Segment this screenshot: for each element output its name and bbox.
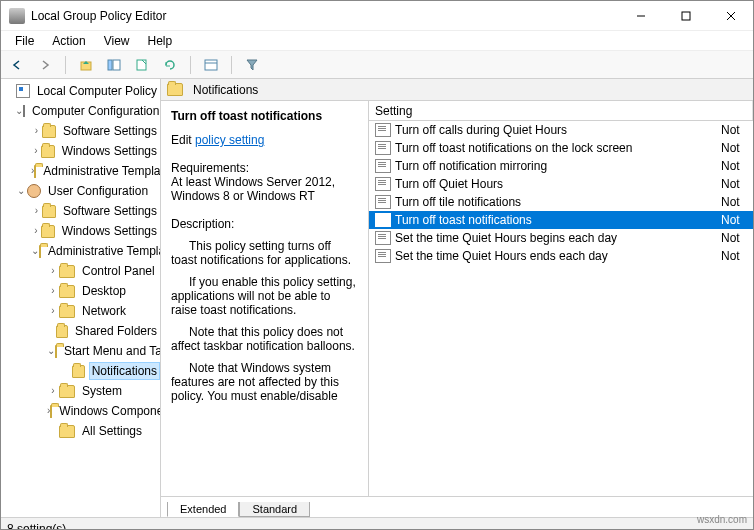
setting-state: Not xyxy=(721,213,749,227)
folder-icon xyxy=(55,345,57,358)
edit-policy-link[interactable]: policy setting xyxy=(195,133,264,147)
setting-name: Turn off notification mirroring xyxy=(395,159,721,173)
user-icon xyxy=(27,184,41,198)
filter-button[interactable] xyxy=(240,54,264,76)
maximize-button[interactable] xyxy=(663,1,708,31)
tab-extended[interactable]: Extended xyxy=(167,502,239,517)
tree-admin-templates[interactable]: ⌄Administrative Templates xyxy=(1,241,160,261)
console-tree[interactable]: Local Computer Policy ⌄Computer Configur… xyxy=(1,79,161,517)
setting-state: Not xyxy=(721,249,749,263)
folder-icon xyxy=(72,365,85,378)
column-setting[interactable]: Setting xyxy=(369,101,753,120)
export-button[interactable] xyxy=(130,54,154,76)
settings-list[interactable]: Setting Turn off calls during Quiet Hour… xyxy=(369,101,753,496)
tree-item[interactable]: ›Windows Components xyxy=(1,401,160,421)
description-p2: If you enable this policy setting, appli… xyxy=(171,275,358,317)
tree-computer-config[interactable]: ⌄Computer Configuration xyxy=(1,101,160,121)
toolbar xyxy=(1,51,753,79)
setting-name: Turn off Quiet Hours xyxy=(395,177,721,191)
chevron-down-icon[interactable]: ⌄ xyxy=(47,343,55,359)
policy-icon xyxy=(16,84,30,98)
forward-button[interactable] xyxy=(33,54,57,76)
setting-name: Set the time Quiet Hours begins each day xyxy=(395,231,721,245)
chevron-right-icon[interactable]: › xyxy=(31,203,42,219)
setting-title: Turn off toast notifications xyxy=(171,109,358,123)
chevron-down-icon[interactable]: ⌄ xyxy=(15,183,27,199)
content-pane: Notifications Turn off toast notificatio… xyxy=(161,79,753,517)
folder-icon xyxy=(39,245,41,258)
tree-item[interactable]: ›Windows Settings xyxy=(1,221,160,241)
refresh-button[interactable] xyxy=(158,54,182,76)
tree-notifications[interactable]: Notifications xyxy=(1,361,160,381)
chevron-right-icon[interactable]: › xyxy=(47,283,59,299)
folder-icon xyxy=(56,325,68,338)
folder-icon xyxy=(50,405,52,418)
tree-item[interactable]: ›Network xyxy=(1,301,160,321)
tab-standard[interactable]: Standard xyxy=(239,502,310,517)
window-title: Local Group Policy Editor xyxy=(31,9,618,23)
tree-user-config[interactable]: ⌄User Configuration xyxy=(1,181,160,201)
chevron-down-icon[interactable]: ⌄ xyxy=(31,243,39,259)
menu-view[interactable]: View xyxy=(96,32,138,50)
setting-name: Turn off toast notifications on the lock… xyxy=(395,141,721,155)
path-bar: Notifications xyxy=(161,79,753,101)
list-item[interactable]: Set the time Quiet Hours begins each day… xyxy=(369,229,753,247)
folder-icon xyxy=(59,385,75,398)
view-tabs: Extended Standard xyxy=(161,497,753,517)
tree-item[interactable]: ›Control Panel xyxy=(1,261,160,281)
folder-icon xyxy=(41,145,55,158)
list-item[interactable]: Turn off Quiet HoursNot xyxy=(369,175,753,193)
tree-item[interactable]: ›Desktop xyxy=(1,281,160,301)
folder-icon xyxy=(34,165,36,178)
setting-name: Set the time Quiet Hours ends each day xyxy=(395,249,721,263)
title-bar: Local Group Policy Editor xyxy=(1,1,753,31)
setting-icon xyxy=(375,141,391,155)
tree-start-menu[interactable]: ⌄Start Menu and Taskbar xyxy=(1,341,160,361)
show-hide-tree-button[interactable] xyxy=(102,54,126,76)
list-header[interactable]: Setting xyxy=(369,101,753,121)
list-item[interactable]: Turn off notification mirroringNot xyxy=(369,157,753,175)
svg-rect-6 xyxy=(113,60,120,70)
list-item[interactable]: Turn off calls during Quiet HoursNot xyxy=(369,121,753,139)
list-item[interactable]: Set the time Quiet Hours ends each dayNo… xyxy=(369,247,753,265)
list-item[interactable]: Turn off tile notificationsNot xyxy=(369,193,753,211)
up-button[interactable] xyxy=(74,54,98,76)
chevron-right-icon[interactable]: › xyxy=(31,123,42,139)
menu-bar: File Action View Help xyxy=(1,31,753,51)
setting-icon xyxy=(375,195,391,209)
edit-line: Edit policy setting xyxy=(171,133,358,147)
app-icon xyxy=(9,8,25,24)
tree-item[interactable]: Shared Folders xyxy=(1,321,160,341)
description-p3: Note that this policy does not affect ta… xyxy=(171,325,358,353)
back-button[interactable] xyxy=(5,54,29,76)
toolbar-separator xyxy=(190,56,191,74)
chevron-right-icon[interactable]: › xyxy=(47,383,59,399)
tree-item[interactable]: ›Administrative Templates xyxy=(1,161,160,181)
tree-root[interactable]: Local Computer Policy xyxy=(1,81,160,101)
tree-item[interactable]: All Settings xyxy=(1,421,160,441)
setting-name: Turn off calls during Quiet Hours xyxy=(395,123,721,137)
list-item[interactable]: Turn off toast notifications on the lock… xyxy=(369,139,753,157)
tree-item[interactable]: ›Software Settings xyxy=(1,121,160,141)
chevron-right-icon[interactable]: › xyxy=(31,143,41,159)
menu-help[interactable]: Help xyxy=(140,32,181,50)
list-item[interactable]: Turn off toast notificationsNot xyxy=(369,211,753,229)
chevron-right-icon[interactable]: › xyxy=(47,263,59,279)
status-bar: 8 setting(s) xyxy=(1,517,753,530)
tree-item[interactable]: ›Windows Settings xyxy=(1,141,160,161)
tree-item[interactable]: ›Software Settings xyxy=(1,201,160,221)
minimize-button[interactable] xyxy=(618,1,663,31)
chevron-right-icon[interactable]: › xyxy=(47,303,59,319)
properties-button[interactable] xyxy=(199,54,223,76)
description-panel: Turn off toast notifications Edit policy… xyxy=(161,101,369,496)
menu-file[interactable]: File xyxy=(7,32,42,50)
setting-state: Not xyxy=(721,195,749,209)
folder-icon xyxy=(59,305,75,318)
close-button[interactable] xyxy=(708,1,753,31)
chevron-down-icon[interactable]: ⌄ xyxy=(15,103,23,119)
setting-icon xyxy=(375,123,391,137)
chevron-right-icon[interactable]: › xyxy=(31,223,41,239)
menu-action[interactable]: Action xyxy=(44,32,93,50)
tree-item[interactable]: ›System xyxy=(1,381,160,401)
setting-state: Not xyxy=(721,159,749,173)
